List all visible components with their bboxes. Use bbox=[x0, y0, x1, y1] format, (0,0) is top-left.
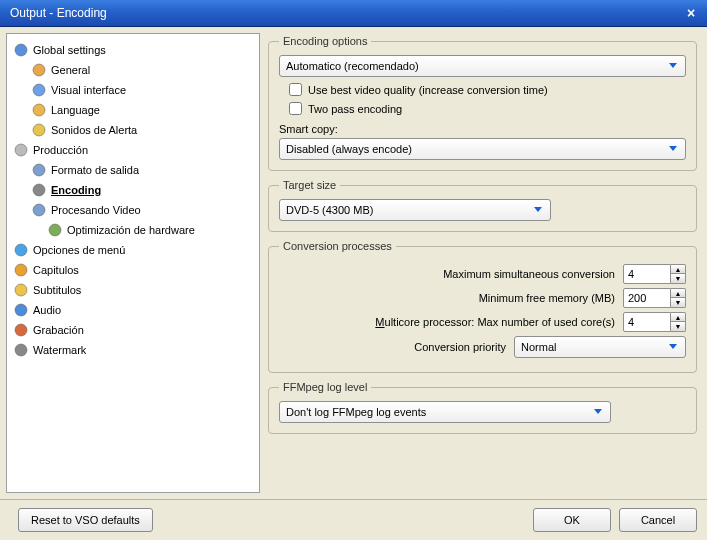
settings-tree: Global settingsGeneralVisual interfaceLa… bbox=[11, 40, 255, 360]
conversion-processes-group: Conversion processes Maximum simultaneou… bbox=[268, 240, 697, 373]
group-legend: Encoding options bbox=[279, 35, 371, 47]
tree-item-label: Procesando Video bbox=[51, 204, 141, 216]
spin-down-icon[interactable]: ▼ bbox=[671, 274, 686, 284]
tree-item-label: Sonidos de Alerta bbox=[51, 124, 137, 136]
tree-item-label: Watermark bbox=[33, 344, 86, 356]
tree-item-label: Capitulos bbox=[33, 264, 79, 276]
target-size-group: Target size DVD-5 (4300 MB) bbox=[268, 179, 697, 232]
chevron-down-icon bbox=[665, 339, 681, 355]
watermark-icon bbox=[13, 342, 29, 358]
body: Global settingsGeneralVisual interfaceLa… bbox=[0, 27, 707, 499]
menu-icon bbox=[13, 242, 29, 258]
film-icon bbox=[31, 162, 47, 178]
tree-item-global-settings[interactable]: Global settings bbox=[11, 40, 255, 60]
priority-label: Conversion priority bbox=[414, 341, 506, 353]
max-conv-label: Maximum simultaneous conversion bbox=[443, 268, 615, 280]
max-conv-spinner[interactable]: ▲▼ bbox=[623, 264, 686, 284]
tree-item-optimizaci-n-de-hardware[interactable]: Optimización de hardware bbox=[11, 220, 255, 240]
combo-value: Disabled (always encode) bbox=[286, 143, 665, 155]
tree-item-capitulos[interactable]: Capitulos bbox=[11, 260, 255, 280]
tree-item-language[interactable]: Language bbox=[11, 100, 255, 120]
chapters-icon bbox=[13, 262, 29, 278]
ok-button[interactable]: OK bbox=[533, 508, 611, 532]
reset-defaults-button[interactable]: Reset to VSO defaults bbox=[18, 508, 153, 532]
min-mem-input[interactable] bbox=[623, 288, 671, 308]
tree-item-sonidos-de-alerta[interactable]: Sonidos de Alerta bbox=[11, 120, 255, 140]
tree-item-label: Global settings bbox=[33, 44, 106, 56]
svg-point-2 bbox=[33, 84, 45, 96]
svg-point-3 bbox=[33, 104, 45, 116]
chevron-down-icon bbox=[530, 202, 546, 218]
tree-item-formato-de-salida[interactable]: Formato de salida bbox=[11, 160, 255, 180]
disc-icon bbox=[13, 142, 29, 158]
combo-value: Automatico (recomendado) bbox=[286, 60, 665, 72]
combo-value: DVD-5 (4300 MB) bbox=[286, 204, 530, 216]
tree-item-label: Formato de salida bbox=[51, 164, 139, 176]
tree-item-grabaci-n[interactable]: Grabación bbox=[11, 320, 255, 340]
tree-item-procesando-video[interactable]: Procesando Video bbox=[11, 200, 255, 220]
ffmpeg-log-group: FFMpeg log level Don't log FFMpeg log ev… bbox=[268, 381, 697, 434]
gear2-icon bbox=[31, 182, 47, 198]
svg-point-14 bbox=[15, 324, 27, 336]
video-icon bbox=[31, 202, 47, 218]
min-mem-label: Minimum free memory (MB) bbox=[479, 292, 615, 304]
tree-item-label: Visual interface bbox=[51, 84, 126, 96]
chip-icon bbox=[47, 222, 63, 238]
spin-down-icon[interactable]: ▼ bbox=[671, 298, 686, 308]
smart-copy-label: Smart copy: bbox=[279, 123, 686, 135]
multicore-input[interactable] bbox=[623, 312, 671, 332]
svg-point-7 bbox=[33, 184, 45, 196]
monitor-icon bbox=[31, 82, 47, 98]
window-title: Output - Encoding bbox=[6, 6, 681, 20]
tree-item-label: Audio bbox=[33, 304, 61, 316]
chevron-down-icon bbox=[665, 141, 681, 157]
speaker-icon bbox=[31, 122, 47, 138]
spin-up-icon[interactable]: ▲ bbox=[671, 312, 686, 322]
svg-point-0 bbox=[15, 44, 27, 56]
cancel-button[interactable]: Cancel bbox=[619, 508, 697, 532]
globe2-icon bbox=[31, 102, 47, 118]
svg-point-5 bbox=[15, 144, 27, 156]
tree-item-label: Opciones de menú bbox=[33, 244, 125, 256]
two-pass-checkbox-row[interactable]: Two pass encoding bbox=[289, 102, 686, 115]
best-quality-checkbox-row[interactable]: Use best video quality (increase convers… bbox=[289, 83, 686, 96]
main-panel: Encoding options Automatico (recomendado… bbox=[266, 33, 701, 493]
tree-item-audio[interactable]: Audio bbox=[11, 300, 255, 320]
ffmpeg-log-combo[interactable]: Don't log FFMpeg log events bbox=[279, 401, 611, 423]
svg-point-13 bbox=[15, 304, 27, 316]
burn-icon bbox=[13, 322, 29, 338]
best-quality-checkbox[interactable] bbox=[289, 83, 302, 96]
multicore-spinner[interactable]: ▲▼ bbox=[623, 312, 686, 332]
smart-copy-combo[interactable]: Disabled (always encode) bbox=[279, 138, 686, 160]
svg-point-6 bbox=[33, 164, 45, 176]
svg-point-11 bbox=[15, 264, 27, 276]
tree-item-producci-n[interactable]: Producción bbox=[11, 140, 255, 160]
close-icon[interactable]: × bbox=[681, 4, 701, 22]
chevron-down-icon bbox=[590, 404, 606, 420]
audio-icon bbox=[13, 302, 29, 318]
spin-up-icon[interactable]: ▲ bbox=[671, 288, 686, 298]
spin-up-icon[interactable]: ▲ bbox=[671, 264, 686, 274]
two-pass-label: Two pass encoding bbox=[308, 103, 402, 115]
tree-item-subtitulos[interactable]: Subtitulos bbox=[11, 280, 255, 300]
svg-point-4 bbox=[33, 124, 45, 136]
max-conv-input[interactable] bbox=[623, 264, 671, 284]
tree-item-label: Subtitulos bbox=[33, 284, 81, 296]
multicore-label: MMulticore processor: Max number of used… bbox=[375, 316, 615, 328]
svg-point-1 bbox=[33, 64, 45, 76]
encoding-preset-combo[interactable]: Automatico (recomendado) bbox=[279, 55, 686, 77]
two-pass-checkbox[interactable] bbox=[289, 102, 302, 115]
min-mem-spinner[interactable]: ▲▼ bbox=[623, 288, 686, 308]
tree-item-watermark[interactable]: Watermark bbox=[11, 340, 255, 360]
priority-combo[interactable]: Normal bbox=[514, 336, 686, 358]
svg-point-12 bbox=[15, 284, 27, 296]
tree-item-general[interactable]: General bbox=[11, 60, 255, 80]
target-size-combo[interactable]: DVD-5 (4300 MB) bbox=[279, 199, 551, 221]
spin-down-icon[interactable]: ▼ bbox=[671, 322, 686, 332]
tree-item-label: Grabación bbox=[33, 324, 84, 336]
combo-value: Normal bbox=[521, 341, 665, 353]
tree-item-opciones-de-men-[interactable]: Opciones de menú bbox=[11, 240, 255, 260]
combo-value: Don't log FFMpeg log events bbox=[286, 406, 590, 418]
tree-item-encoding[interactable]: Encoding bbox=[11, 180, 255, 200]
tree-item-visual-interface[interactable]: Visual interface bbox=[11, 80, 255, 100]
